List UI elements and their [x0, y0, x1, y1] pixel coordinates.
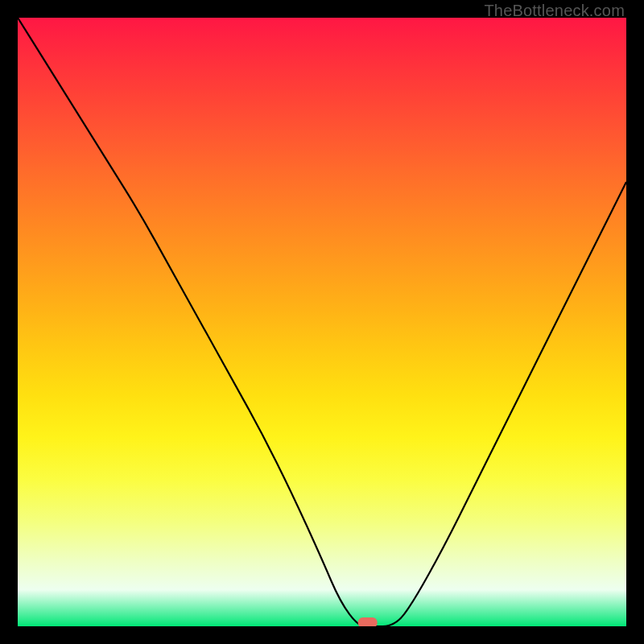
- bottleneck-curve: [18, 18, 626, 626]
- chart-overlay: [18, 18, 626, 626]
- watermark-text: TheBottleneck.com: [484, 2, 625, 20]
- plot-area: [18, 18, 626, 626]
- chart-frame: TheBottleneck.com: [0, 0, 644, 644]
- min-point-marker: [358, 617, 378, 626]
